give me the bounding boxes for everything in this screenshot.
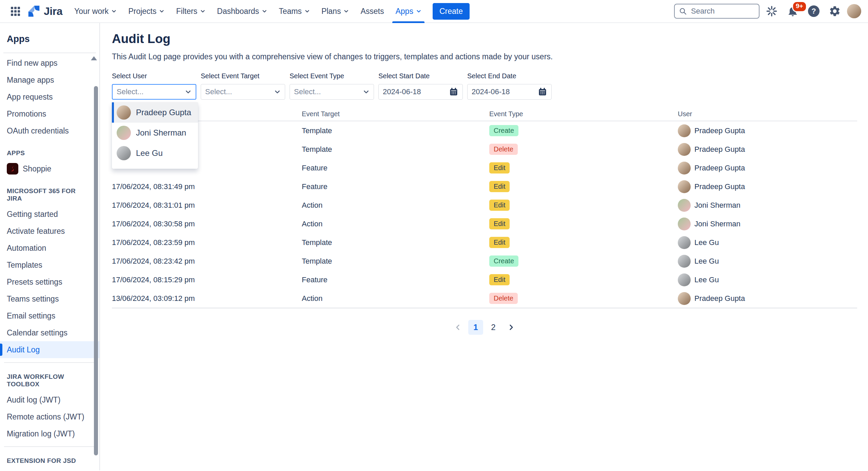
filter-select-event-target[interactable]: Select...	[201, 84, 285, 100]
avatar	[117, 126, 131, 140]
page-button-1[interactable]: 1	[468, 320, 483, 335]
avatar	[117, 105, 131, 120]
gear-icon	[829, 5, 841, 17]
sidebar-divider	[3, 53, 96, 53]
sidebar-item-calendar-settings[interactable]: Calendar settings	[0, 324, 99, 341]
search-box[interactable]	[674, 4, 760, 19]
page-description: This Audit Log page provides you with a …	[112, 52, 857, 61]
event-target-cell: Feature	[302, 275, 489, 284]
sidebar-item-templates[interactable]: Templates	[0, 257, 99, 273]
page-title: Audit Log	[112, 32, 857, 46]
avatar	[678, 255, 691, 268]
sidebar-item-get-started[interactable]: Get Started	[0, 468, 99, 471]
sidebar-item-email-settings[interactable]: Email settings	[0, 307, 99, 324]
event-target-cell: Feature	[302, 164, 489, 172]
user-cell: Pradeep Gupta	[678, 292, 857, 305]
sidebar-item-find-new-apps[interactable]: Find new apps	[0, 55, 99, 71]
sidebar-item-shoppie[interactable]: Shoppie	[0, 160, 99, 177]
event-time-cell: 17/06/2024, 08:30:58 pm	[112, 220, 302, 228]
event-type-cell: Edit	[489, 162, 678, 173]
sidebar-item-activate-features[interactable]: Activate features	[0, 223, 99, 240]
nav-item-plans[interactable]: Plans	[316, 0, 355, 22]
user-name: Lee Gu	[694, 275, 719, 284]
pagination-prev-button[interactable]	[451, 320, 466, 335]
nav-item-label: Teams	[279, 7, 302, 16]
filter-select-end-date[interactable]: 2024-06-18	[467, 84, 552, 100]
search-input[interactable]	[690, 6, 755, 16]
avatar	[678, 273, 691, 286]
nav-item-projects[interactable]: Projects	[122, 0, 170, 22]
avatar	[678, 162, 691, 175]
sidebar-item-label: Shoppie	[23, 164, 51, 173]
loading-spinner-icon[interactable]	[763, 2, 781, 20]
filter-bar: Select User Select... Select Event Targe…	[112, 72, 857, 100]
main-content: Audit Log This Audit Log page provides y…	[100, 23, 868, 470]
event-type-badge: Edit	[489, 181, 510, 192]
filter-select-event-type[interactable]: Select...	[290, 84, 374, 100]
event-time-cell: 17/06/2024, 08:23:59 pm	[112, 238, 302, 247]
user-option-joni-sherman[interactable]: Joni Sherman	[112, 123, 198, 143]
avatar	[117, 146, 131, 160]
sidebar-item-automation[interactable]: Automation	[0, 240, 99, 257]
user-option-label: Joni Sherman	[136, 128, 186, 138]
filter-select-user[interactable]: Select...	[112, 84, 196, 100]
sidebar-item-audit-log-jwt[interactable]: Audit log (JWT)	[0, 391, 99, 408]
event-target-cell: Action	[302, 220, 489, 228]
event-type-badge: Create	[489, 255, 518, 267]
sidebar-item-migration-log-jwt[interactable]: Migration log (JWT)	[0, 425, 99, 442]
sidebar-item-teams-settings[interactable]: Teams settings	[0, 290, 99, 307]
sidebar: Apps Find new apps Manage apps App reque…	[0, 23, 100, 470]
sidebar-item-oauth-credentials[interactable]: OAuth credentials	[0, 122, 99, 139]
user-cell: Pradeep Gupta	[678, 180, 857, 193]
nav-item-assets[interactable]: Assets	[355, 0, 390, 22]
nav-item-dashboards[interactable]: Dashboards	[211, 0, 273, 22]
create-button[interactable]: Create	[433, 3, 470, 20]
event-type-cell: Edit	[489, 200, 678, 211]
settings-button[interactable]	[826, 2, 844, 20]
sidebar-divider	[4, 362, 95, 363]
sidebar-item-promotions[interactable]: Promotions	[0, 105, 99, 122]
scroll-up-arrow-icon[interactable]	[91, 56, 97, 60]
event-type-cell: Edit	[489, 274, 678, 285]
event-type-badge: Edit	[489, 162, 510, 173]
user-option-pradeep-gupta[interactable]: Pradeep Gupta	[112, 102, 198, 123]
sidebar-item-app-requests[interactable]: App requests	[0, 88, 99, 105]
user-option-lee-gu[interactable]: Lee Gu	[112, 143, 198, 163]
user-name: Joni Sherman	[694, 201, 741, 210]
jira-logo[interactable]: Jira	[24, 4, 67, 18]
avatar	[678, 199, 691, 212]
nav-item-filters[interactable]: Filters	[170, 0, 211, 22]
user-cell: Lee Gu	[678, 273, 857, 286]
sidebar-item-manage-apps[interactable]: Manage apps	[0, 71, 99, 88]
sidebar-item-remote-actions-jwt[interactable]: Remote actions (JWT)	[0, 408, 99, 425]
event-type-cell: Delete	[489, 293, 678, 304]
event-type-badge: Edit	[489, 274, 510, 285]
sidebar-item-audit-log[interactable]: Audit Log	[0, 341, 99, 358]
nav-item-your-work[interactable]: Your work	[68, 0, 122, 22]
sidebar-scrollbar-thumb[interactable]	[94, 86, 98, 455]
event-type-badge: Delete	[489, 293, 518, 304]
page-button-2[interactable]: 2	[486, 320, 501, 335]
avatar	[678, 124, 691, 137]
app-switcher-button[interactable]	[7, 3, 23, 19]
user-avatar[interactable]	[847, 4, 861, 18]
help-button[interactable]: ?	[805, 2, 823, 20]
event-target-cell: Action	[302, 201, 489, 210]
nav-item-teams[interactable]: Teams	[273, 0, 316, 22]
nav-item-apps[interactable]: Apps	[390, 0, 427, 22]
app-switcher-icon	[11, 7, 20, 16]
user-name: Joni Sherman	[694, 220, 741, 228]
sidebar-item-label: Audit log (JWT)	[7, 395, 60, 405]
avatar	[678, 218, 691, 230]
nav-item-label: Filters	[176, 7, 197, 16]
event-type-cell: Delete	[489, 144, 678, 155]
sidebar-item-getting-started[interactable]: Getting started	[0, 206, 99, 223]
jira-logo-icon	[27, 4, 41, 18]
filter-select-start-date[interactable]: 2024-06-18	[378, 84, 463, 100]
filter-label: Select Start Date	[378, 72, 463, 80]
notifications-button[interactable]: 9+	[784, 2, 802, 20]
sidebar-item-presets-settings[interactable]: Presets settings	[0, 273, 99, 290]
nav-item-label: Projects	[128, 7, 156, 16]
table-row: 17/06/2024, 08:31:49 pm Feature Edit Pra…	[112, 177, 857, 196]
pagination-next-button[interactable]	[504, 320, 518, 335]
